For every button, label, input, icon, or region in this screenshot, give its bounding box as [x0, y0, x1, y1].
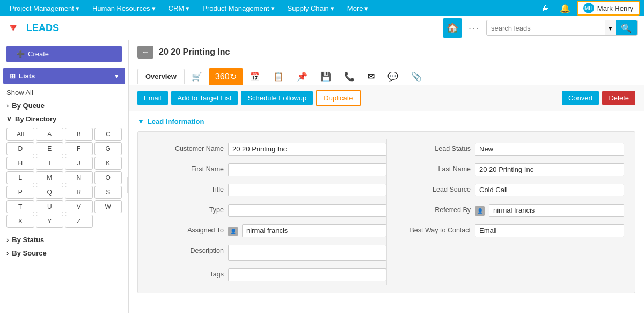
- nav-crm[interactable]: CRM ▾: [163, 0, 195, 16]
- plus-icon: ➕: [16, 50, 25, 58]
- duplicate-button[interactable]: Duplicate: [316, 90, 360, 106]
- dir-btn-j[interactable]: J: [65, 157, 93, 170]
- sidebar: ➕ Create ⊞ Lists ▾ Show All › By Queue ∨…: [0, 40, 129, 313]
- sidebar-by-source[interactable]: › By Source: [0, 246, 128, 260]
- customer-name-field[interactable]: 20 20 Printing Inc: [228, 143, 386, 156]
- dir-btn-s[interactable]: S: [94, 186, 122, 199]
- nav-human-resources[interactable]: Human Resources ▾: [87, 0, 161, 16]
- type-row: Type: [149, 200, 386, 221]
- search-bar: ▾ 🔍: [486, 20, 638, 36]
- home-button[interactable]: 🏠: [443, 18, 462, 38]
- sidebar-lists-item[interactable]: ⊞ Lists ▾: [3, 68, 125, 84]
- tab-360[interactable]: 360↻: [209, 68, 243, 85]
- dir-btn-b[interactable]: B: [65, 128, 93, 141]
- delete-button[interactable]: Delete: [602, 91, 635, 105]
- dir-btn-m[interactable]: M: [36, 171, 64, 184]
- dir-btn-a[interactable]: A: [36, 128, 64, 141]
- sidebar-by-queue[interactable]: › By Queue: [0, 99, 128, 112]
- dir-btn-g[interactable]: G: [94, 142, 122, 155]
- schedule-button[interactable]: Schedule Followup: [241, 91, 313, 105]
- first-name-row: First Name: [149, 159, 386, 180]
- dir-btn-z[interactable]: Z: [65, 215, 93, 228]
- tags-field[interactable]: [228, 268, 386, 281]
- description-row: Description: [149, 241, 386, 265]
- type-field[interactable]: [228, 204, 386, 217]
- dir-btn-d[interactable]: D: [6, 142, 34, 155]
- add-target-button[interactable]: Add to Target List: [171, 91, 238, 105]
- more-options-button[interactable]: ···: [469, 23, 480, 34]
- nav-supply-chain[interactable]: Supply Chain ▾: [282, 0, 340, 16]
- dir-btn-c[interactable]: C: [94, 128, 122, 141]
- email-button[interactable]: Email: [137, 91, 168, 105]
- user-menu[interactable]: MH Mark Henry: [577, 1, 640, 16]
- assigned-avatar-icon: 👤: [228, 227, 238, 236]
- dir-btn-l[interactable]: L: [6, 171, 34, 184]
- search-dropdown-button[interactable]: ▾: [605, 20, 616, 36]
- printer-icon[interactable]: 🖨: [538, 1, 553, 16]
- tab-message[interactable]: 💬: [382, 68, 404, 85]
- nav-more[interactable]: More ▾: [342, 0, 374, 16]
- tab-pin[interactable]: 📌: [291, 68, 313, 85]
- tab-save[interactable]: 💾: [314, 68, 337, 85]
- dir-btn-i[interactable]: I: [36, 157, 64, 170]
- assigned-to-row: Assigned To 👤 nirmal francis: [149, 221, 386, 241]
- avatar: MH: [583, 3, 594, 13]
- dir-btn-p[interactable]: P: [6, 186, 34, 199]
- nav-project-management[interactable]: Project Management ▾: [4, 0, 85, 16]
- dir-btn-u[interactable]: U: [36, 200, 64, 213]
- title-row: Title: [149, 180, 386, 200]
- top-nav: Project Management ▾ Human Resources ▾ C…: [0, 0, 644, 16]
- referred-by-field[interactable]: nirmal francis: [489, 204, 624, 217]
- tab-calendar1[interactable]: 📅: [244, 68, 266, 85]
- sidebar-by-directory[interactable]: ∨ By Directory: [0, 112, 128, 126]
- search-go-button[interactable]: 🔍: [616, 20, 637, 36]
- tab-phone[interactable]: 📞: [338, 68, 361, 85]
- first-name-field[interactable]: [228, 163, 386, 176]
- chevron-right-icon: ›: [6, 236, 9, 244]
- sidebar-by-status[interactable]: › By Status: [0, 233, 128, 246]
- nav-product-management[interactable]: Product Management ▾: [197, 0, 280, 16]
- tab-email[interactable]: ✉: [362, 68, 380, 85]
- referred-avatar-icon: 👤: [475, 206, 485, 216]
- assigned-to-field[interactable]: nirmal francis: [242, 224, 386, 237]
- dir-btn-y[interactable]: Y: [36, 215, 64, 228]
- chevron-right-icon: ›: [6, 101, 9, 110]
- bell-icon[interactable]: 🔔: [558, 1, 573, 16]
- lead-status-field[interactable]: New: [475, 143, 624, 156]
- dir-btn-k[interactable]: K: [94, 157, 122, 170]
- chevron-down-icon: ▾: [152, 4, 156, 12]
- dir-btn-n[interactable]: N: [65, 171, 93, 184]
- dir-btn-t[interactable]: T: [6, 200, 34, 213]
- dir-btn-x[interactable]: X: [6, 215, 34, 228]
- chevron-down-icon: ▾: [331, 4, 334, 12]
- dir-btn-v[interactable]: V: [65, 200, 93, 213]
- form-right-col: Lead Status New Last Name 20 20 Printing…: [386, 139, 624, 285]
- tab-overview[interactable]: Overview: [137, 69, 185, 84]
- dir-btn-r[interactable]: R: [65, 186, 93, 199]
- chevron-down-icon: ▾: [115, 72, 119, 80]
- last-name-field[interactable]: 20 20 Printing Inc: [475, 163, 624, 176]
- dir-btn-f[interactable]: F: [65, 142, 93, 155]
- dir-btn-o[interactable]: O: [94, 171, 122, 184]
- dir-btn-h[interactable]: H: [6, 157, 34, 170]
- nav-items: Project Management ▾ Human Resources ▾ C…: [4, 0, 538, 16]
- sidebar-show-all[interactable]: Show All: [0, 86, 128, 99]
- dir-btn-all[interactable]: All: [6, 128, 34, 141]
- back-button[interactable]: ←: [137, 46, 153, 59]
- tab-calendar2[interactable]: 📋: [267, 68, 290, 85]
- content-area: ← 20 20 Printing Inc Overview 🛒 360↻ 📅 📋…: [129, 40, 644, 313]
- description-field[interactable]: [228, 245, 386, 261]
- create-button[interactable]: ➕ Create: [6, 46, 122, 62]
- best-way-field[interactable]: Email: [475, 224, 624, 237]
- last-name-row: Last Name 20 20 Printing Inc: [396, 159, 624, 180]
- tab-attach[interactable]: 📎: [405, 68, 428, 85]
- lead-source-field[interactable]: Cold Call: [475, 184, 624, 196]
- convert-button[interactable]: Convert: [562, 91, 599, 105]
- tab-cart[interactable]: 🛒: [186, 68, 208, 85]
- dir-btn-q[interactable]: Q: [36, 186, 64, 199]
- title-field[interactable]: [228, 184, 386, 196]
- dir-btn-w[interactable]: W: [94, 200, 122, 213]
- dir-btn-e[interactable]: E: [36, 142, 64, 155]
- content-header: ← 20 20 Printing Inc: [129, 40, 644, 64]
- search-input[interactable]: [487, 24, 605, 32]
